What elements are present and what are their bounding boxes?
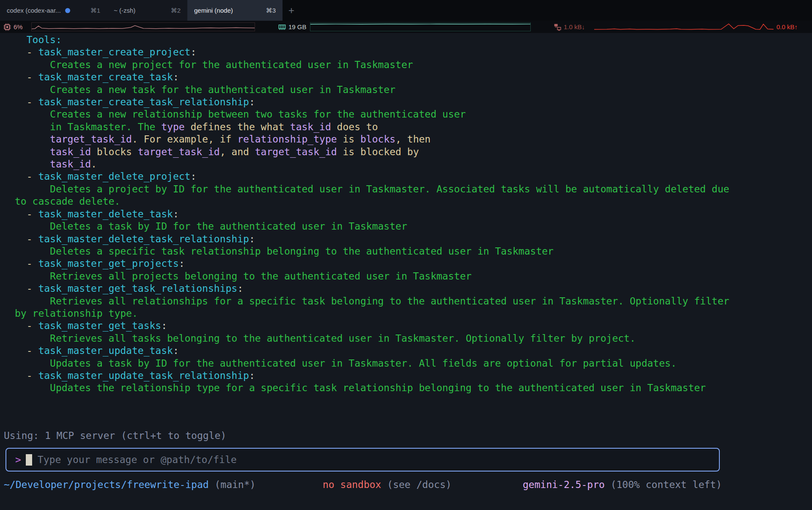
tab-codex[interactable]: codex (codex-aar... ⌘1: [0, 0, 107, 21]
tab-label: codex (codex-aar...: [7, 7, 61, 14]
terminal-line: - task_master_create_task_relationship:: [15, 96, 729, 108]
status-bar: 6% 19 GB 1.0 kB↓: [0, 21, 812, 33]
network-usage-graph: [594, 22, 774, 31]
footer-status-bar: ~/Developer/projects/freewrite-ipad (mai…: [0, 479, 812, 491]
terminal-line: Retrieves all relationships for a specif…: [15, 295, 729, 307]
mcp-server-status: Using: 1 MCP server (ctrl+t to toggle): [4, 430, 226, 442]
cpu-usage-graph: [31, 22, 255, 31]
terminal-line: Creates a new project for the authentica…: [15, 59, 729, 71]
sandbox-docs-hint: (see /docs): [387, 479, 451, 491]
text-cursor: [26, 454, 32, 466]
tab-label: gemini (node): [194, 7, 233, 14]
terminal-line: - task_master_delete_project:: [15, 170, 729, 183]
plus-icon: +: [288, 5, 294, 16]
context-remaining: (100% context left): [611, 479, 722, 491]
sandbox-warning: no sandbox: [323, 479, 381, 491]
network-upload-value: 0.0 kB↑: [776, 23, 798, 30]
terminal-line: Updates the relationship type for a spec…: [15, 382, 729, 394]
terminal-line: - task_master_create_task:: [15, 71, 729, 83]
terminal-line: Deletes a task by ID for the authenticat…: [15, 220, 729, 233]
prompt-symbol: >: [15, 454, 21, 465]
terminal-output: Tools: - task_master_create_project: Cre…: [15, 34, 729, 395]
tab-shortcut: ⌘1: [91, 7, 100, 14]
model-name: gemini-2.5-pro: [523, 479, 605, 491]
terminal-line: - task_master_update_task_relationship:: [15, 370, 729, 382]
memory-status: 19 GB: [278, 21, 307, 33]
memory-sparkline: [310, 23, 530, 31]
cpu-sparkline: [32, 23, 255, 31]
terminal-line: - task_master_get_task_relationships:: [15, 282, 729, 295]
terminal-line: Creates a new relationship between two t…: [15, 108, 729, 121]
tab-bar: codex (codex-aar... ⌘1 ~ (-zsh) ⌘2 gemin…: [0, 0, 812, 21]
tab-label: ~ (-zsh): [114, 7, 135, 14]
terminal-line: target_task_id. For example, if relation…: [15, 133, 729, 145]
git-branch: (main*): [214, 479, 255, 491]
terminal-line: Tools:: [15, 34, 729, 46]
terminal-line: to cascade delete.: [15, 195, 729, 208]
working-directory: ~/Developer/projects/freewrite-ipad (mai…: [4, 479, 255, 491]
terminal-line: task_id blocks target_task_id, and targe…: [15, 146, 729, 158]
cpu-usage-value: 6%: [14, 23, 23, 30]
memory-ram-icon: [278, 23, 286, 31]
terminal-line: - task_master_get_projects:: [15, 258, 729, 270]
terminal-line: Deletes a specific task relationship bel…: [15, 245, 729, 258]
terminal-line: by relationship type.: [15, 307, 729, 320]
memory-usage-value: 19 GB: [288, 23, 307, 30]
terminal-line: Creates a new task for the authenticated…: [15, 84, 729, 96]
terminal-line: - task_master_get_tasks:: [15, 320, 729, 332]
tab-shortcut: ⌘2: [171, 7, 181, 14]
terminal-line: Updates a task by ID for the authenticat…: [15, 357, 729, 370]
message-input[interactable]: > Type your message or @path/to/file: [5, 448, 720, 472]
activity-dot-icon: [65, 8, 70, 13]
network-download-value: 1.0 kB↓: [564, 23, 585, 30]
input-placeholder: Type your message or @path/to/file: [38, 454, 237, 465]
terminal-line: task_id.: [15, 158, 729, 170]
memory-usage-graph: [310, 22, 531, 31]
network-sparkline: [594, 22, 774, 31]
network-upload: 0.0 kB↑: [776, 21, 798, 33]
terminal-line: Retrieves all tasks belonging to the aut…: [15, 332, 729, 345]
tab-zsh[interactable]: ~ (-zsh) ⌘2: [107, 0, 187, 21]
terminal-line: - task_master_delete_task:: [15, 208, 729, 220]
terminal-line: in Taskmaster. The type defines the what…: [15, 121, 729, 133]
network-status: 1.0 kB↓: [554, 21, 585, 33]
model-status: gemini-2.5-pro (100% context left): [523, 479, 722, 491]
new-tab-button[interactable]: +: [283, 0, 300, 21]
network-hosts-icon: [554, 23, 561, 31]
tab-shortcut: ⌘3: [266, 7, 276, 14]
cpu-chip-icon: [3, 23, 11, 31]
terminal-line: - task_master_delete_task_relationship:: [15, 233, 729, 245]
cwd-path: ~/Developer/projects/freewrite-ipad: [4, 479, 209, 491]
sandbox-status: no sandbox (see /docs): [323, 479, 452, 491]
terminal-line: - task_master_create_project:: [15, 46, 729, 58]
terminal-line: - task_master_update_task:: [15, 345, 729, 357]
terminal-line: Deletes a project by ID for the authenti…: [15, 183, 729, 195]
tab-bar-empty-space: [300, 0, 812, 21]
terminal-line: Retrieves all projects belonging to the …: [15, 270, 729, 282]
tab-gemini-active[interactable]: gemini (node) ⌘3: [187, 0, 283, 21]
cpu-status: 6%: [3, 21, 23, 33]
